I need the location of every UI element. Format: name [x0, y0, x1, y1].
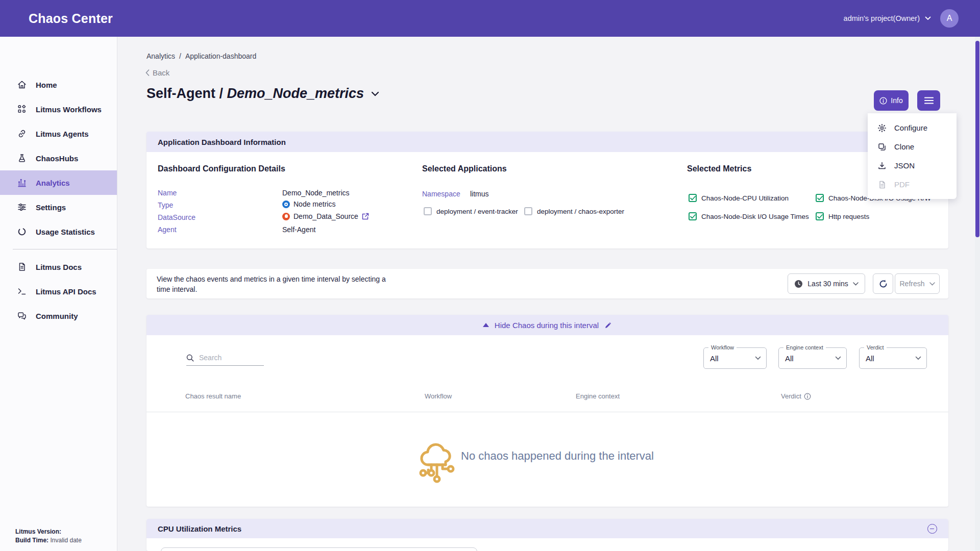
main-content: Analytics / Application-dashboard Back S… — [117, 37, 980, 551]
checkbox-label: Http requests — [828, 213, 869, 220]
workflow-filter[interactable]: Workflow All — [703, 347, 767, 369]
title-agent: Self-Agent / — [146, 86, 223, 101]
breadcrumb-separator: / — [179, 52, 181, 60]
checkbox-checked-icon — [816, 194, 824, 202]
search-input[interactable] — [198, 353, 258, 362]
checkbox-label: Chaos-Node-CPU Utilization — [701, 194, 789, 202]
sidebar-item-label: Settings — [36, 203, 66, 212]
checkbox-deployment-chaos-exporter[interactable]: deployment / chaos-exporter — [524, 207, 624, 215]
cpu-section-title: CPU Utilization Metrics — [158, 524, 241, 533]
avatar[interactable]: A — [940, 9, 959, 28]
checkbox-disk-io-times[interactable]: Chaos-Node-Disk I/O Usage Times — [689, 212, 809, 220]
scrollbar-thumb[interactable] — [975, 41, 979, 237]
project-selector[interactable]: admin's project(Owner) — [844, 14, 931, 22]
reload-button[interactable] — [873, 273, 893, 294]
interval-description: View the chaos events and metrics in a g… — [157, 274, 386, 294]
sidebar-item-litmus-api-docs[interactable]: Litmus API Docs — [0, 279, 117, 304]
checkbox-http-requests[interactable]: Http requests — [816, 212, 869, 220]
config-details-title: Dashboard Configuration Details — [158, 164, 285, 173]
page-scrollbar[interactable] — [975, 37, 980, 551]
sidebar-item-analytics[interactable]: Analytics — [0, 170, 117, 195]
sidebar-item-settings[interactable]: Settings — [0, 195, 117, 219]
column-verdict-label: Verdict — [781, 392, 801, 400]
cpu-utilization-card: CPU Utilization Metrics — [146, 519, 948, 551]
chevron-down-icon — [835, 356, 841, 360]
chevron-down-icon — [755, 356, 761, 360]
back-button[interactable]: Back — [145, 68, 169, 77]
menu-item-pdf[interactable]: PDF — [868, 175, 957, 194]
chevron-down-icon — [915, 356, 921, 360]
sidebar-item-label: Usage Statistics — [36, 228, 95, 236]
hamburger-icon — [924, 97, 934, 104]
menu-item-clone[interactable]: Clone — [868, 137, 957, 156]
external-link-icon[interactable] — [362, 213, 369, 220]
checkbox-checked-icon — [689, 194, 697, 202]
chat-bubbles-icon — [17, 311, 27, 321]
hide-chaos-toggle[interactable]: Hide Chaos during this interval — [146, 315, 948, 335]
namespace-label: Namespace — [422, 190, 460, 198]
checkbox-deployment-event-tracker[interactable]: deployment / event-tracker — [424, 207, 518, 215]
verdict-filter-label: Verdict — [864, 344, 887, 350]
menu-item-label: PDF — [894, 180, 910, 189]
gear-icon — [877, 123, 887, 133]
sidebar: Home Litmus Workflows Litmus Agents Chao… — [0, 37, 117, 551]
breadcrumb-application-dashboard[interactable]: Application-dashboard — [185, 52, 256, 60]
sidebar-item-community[interactable]: Community — [0, 304, 117, 328]
refresh-dropdown-button[interactable]: Refresh — [895, 273, 940, 294]
menu-item-configure[interactable]: Configure — [868, 118, 957, 137]
sidebar-item-litmus-workflows[interactable]: Litmus Workflows — [0, 97, 117, 121]
file-icon — [877, 180, 887, 189]
name-label: Name — [158, 189, 177, 197]
breadcrumb-analytics[interactable]: Analytics — [146, 52, 175, 60]
chaos-events-card: Hide Chaos during this interval Workflow… — [146, 315, 948, 507]
version-label: Litmus Version: — [15, 528, 61, 535]
column-verdict: Verdict — [781, 392, 811, 400]
dashboard-information-card: Application Dashboard Information Dashbo… — [146, 132, 948, 248]
verdict-info-icon[interactable] — [804, 393, 811, 400]
cpu-chart-placeholder — [161, 547, 477, 551]
search-field — [186, 353, 264, 366]
type-value: Node metrics — [282, 200, 335, 208]
edit-pencil-icon[interactable] — [604, 321, 612, 329]
engine-context-filter[interactable]: Engine context All — [778, 347, 847, 369]
checkbox-cpu-utilization[interactable]: Chaos-Node-CPU Utilization — [689, 194, 789, 202]
dashboard-menu-button[interactable] — [917, 90, 940, 111]
sidebar-item-home[interactable]: Home — [0, 72, 117, 97]
type-value-text: Node metrics — [293, 200, 335, 208]
prometheus-icon — [282, 213, 290, 220]
menu-item-label: JSON — [894, 161, 915, 170]
collapse-minus-icon[interactable] — [927, 524, 937, 534]
sidebar-item-label: Home — [36, 81, 57, 89]
sidebar-item-litmus-agents[interactable]: Litmus Agents — [0, 121, 117, 146]
title-chevron-down-icon[interactable] — [371, 91, 379, 96]
chevron-down-icon — [853, 282, 859, 286]
datasource-label: DataSource — [158, 213, 195, 221]
engine-context-filter-label: Engine context — [783, 344, 826, 350]
flask-icon — [17, 153, 27, 163]
node-metrics-icon — [282, 201, 290, 208]
type-label: Type — [158, 201, 173, 209]
sidebar-item-label: Litmus Workflows — [36, 105, 102, 114]
time-range-select[interactable]: Last 30 mins — [788, 273, 865, 294]
collapse-arrow-icon — [483, 323, 489, 327]
search-icon — [186, 354, 194, 362]
cpu-utilization-header: CPU Utilization Metrics — [146, 519, 948, 538]
menu-item-json[interactable]: JSON — [868, 156, 957, 175]
copy-icon — [877, 142, 887, 152]
verdict-filter[interactable]: Verdict All — [859, 347, 927, 369]
sidebar-item-chaoshubs[interactable]: ChaosHubs — [0, 146, 117, 170]
workflow-filter-value: All — [710, 354, 719, 363]
menu-item-label: Configure — [894, 123, 927, 132]
info-icon — [879, 97, 887, 105]
chevron-down-icon — [925, 16, 931, 20]
checkbox-label: deployment / chaos-exporter — [537, 208, 624, 215]
avatar-initial: A — [947, 14, 952, 23]
refresh-icon — [878, 279, 888, 289]
sidebar-item-label: Litmus Agents — [36, 130, 89, 138]
terminal-icon — [17, 286, 27, 296]
datasource-value-text: Demo_Data_Source — [293, 212, 358, 220]
info-button[interactable]: Info — [874, 90, 909, 111]
sidebar-item-usage-statistics[interactable]: Usage Statistics — [0, 219, 117, 244]
column-chaos-result-name: Chaos result name — [185, 392, 241, 400]
sidebar-item-litmus-docs[interactable]: Litmus Docs — [0, 255, 117, 279]
